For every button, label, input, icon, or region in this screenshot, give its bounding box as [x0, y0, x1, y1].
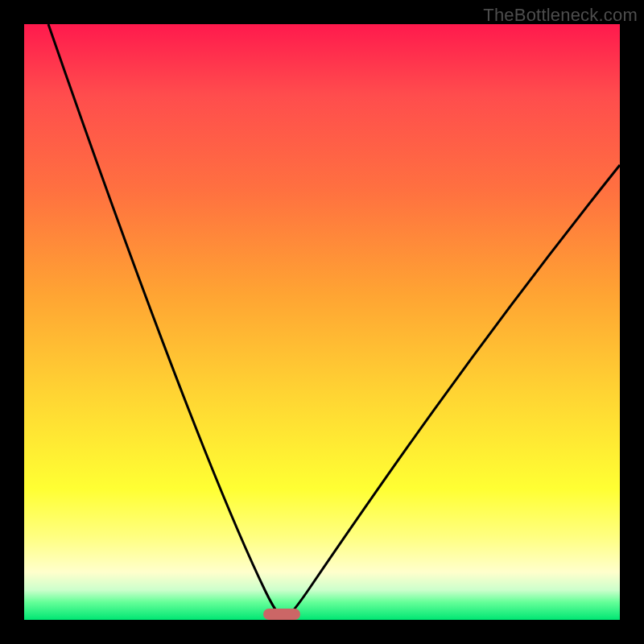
plot-area — [24, 24, 620, 620]
watermark-text: TheBottleneck.com — [483, 5, 638, 26]
curve-path — [48, 24, 620, 620]
optimum-marker — [263, 609, 300, 620]
chart-frame: TheBottleneck.com — [0, 0, 644, 644]
bottleneck-curve — [24, 24, 620, 620]
